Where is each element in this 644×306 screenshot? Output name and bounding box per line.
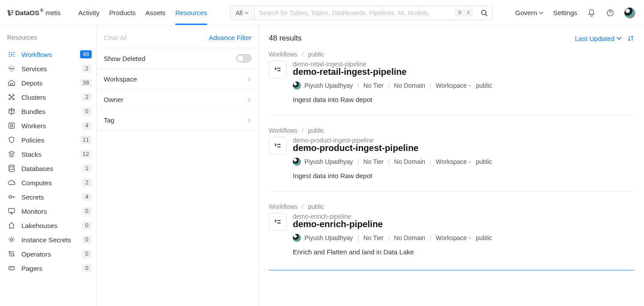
card-workspace-value: public [476, 158, 492, 165]
nav-products[interactable]: Products [109, 1, 136, 24]
sidebar-item-label: Lakehouses [21, 222, 57, 229]
sidebar-item-clusters[interactable]: Clusters 2 [7, 90, 92, 104]
card-title[interactable]: demo-product-ingest-pipeline [293, 143, 634, 153]
chevron-down-icon [539, 11, 543, 15]
settings-link[interactable]: Settings [553, 9, 577, 16]
card-workspace-label: Workspace - [436, 82, 470, 89]
result-card: Workflows / public demo-enrich-pipeline … [269, 203, 634, 270]
card-domain: No Domain [394, 234, 425, 241]
filter-group-label: Workspace [104, 75, 137, 83]
crumb-scope[interactable]: public [308, 127, 324, 134]
sidebar-item-services[interactable]: Services 2 [7, 61, 92, 76]
sidebar-item-label: Services [21, 65, 47, 73]
sidebar-item-workflows[interactable]: Workflows 48 [7, 47, 92, 61]
sidebar-item-label: Computes [21, 179, 52, 187]
sidebar-item-workers[interactable]: Workers 4 [7, 118, 92, 133]
owner-name: Piyush Upadhyay [304, 158, 353, 165]
top-nav: Activity Products Assets Resources [78, 1, 207, 24]
sidebar-item-count: 12 [80, 150, 92, 158]
filter-group-workspace[interactable]: Workspace [97, 69, 259, 89]
services-icon [7, 65, 16, 73]
filter-panel: Clear All Advance Filter Show Deleted Wo… [97, 26, 259, 306]
sidebar-item-policies[interactable]: Policies 11 [7, 133, 92, 147]
sidebar-item-count: 2 [82, 65, 92, 73]
filter-group-tag[interactable]: Tag [97, 110, 259, 131]
sort-label: Last Updated [575, 35, 615, 42]
advance-filter-link[interactable]: Advance Filter [209, 34, 251, 41]
card-workspace-value: public [476, 234, 492, 241]
sidebar-item-count: 2 [82, 179, 92, 187]
sidebar-item-count: 11 [80, 136, 92, 144]
card-domain: No Domain [394, 158, 425, 165]
result-card: Workflows / public demo-retail-ingest-pi… [269, 51, 634, 115]
card-owner[interactable]: Piyush Upadhyay [293, 82, 353, 90]
logo[interactable]: DataOS ® metis [7, 9, 61, 16]
svg-point-2 [9, 94, 10, 96]
policy-icon [7, 136, 16, 144]
breadcrumb: Workflows / public [269, 127, 634, 134]
card-workspace-label: Workspace - [436, 234, 470, 241]
sidebar-item-pagers[interactable]: Pagers 0 [7, 261, 92, 275]
card-title[interactable]: demo-retail-ingest-pipeline [293, 67, 634, 77]
depot-icon [7, 79, 16, 87]
crumb-type[interactable]: Workflows [269, 127, 297, 134]
govern-label: Govern [515, 9, 537, 16]
crumb-scope[interactable]: public [308, 51, 324, 58]
sidebar-item-operators[interactable]: Operators 0 [7, 247, 92, 261]
nav-assets[interactable]: Assets [146, 1, 166, 24]
owner-avatar-icon [293, 234, 301, 242]
kbd-cmd: ⌘ [455, 10, 464, 16]
svg-point-3 [13, 94, 14, 96]
card-owner[interactable]: Piyush Upadhyay [293, 158, 353, 166]
filter-group-label: Owner [104, 96, 123, 103]
sort-dropdown[interactable]: Last Updated [575, 35, 622, 42]
filter-group-owner[interactable]: Owner [97, 89, 259, 110]
clear-all-button[interactable]: Clear All [104, 34, 127, 41]
show-deleted-row: Show Deleted [97, 48, 259, 69]
crumb-scope[interactable]: public [308, 203, 324, 210]
card-meta: Piyush Upadhyay | No Tier | No Domain | … [293, 234, 634, 242]
chevron-right-icon [247, 77, 251, 82]
sidebar-item-count: 0 [82, 236, 92, 244]
cluster-icon [7, 93, 16, 101]
sidebar-item-stacks[interactable]: Stacks 12 [7, 147, 92, 161]
sidebar-item-monitors[interactable]: Monitors 0 [7, 204, 92, 218]
chevron-down-icon [244, 11, 249, 15]
search-scope-selector[interactable]: All [231, 6, 255, 20]
nav-resources[interactable]: Resources [175, 1, 207, 24]
owner-avatar-icon [293, 82, 301, 90]
crumb-type[interactable]: Workflows [269, 51, 297, 58]
nav-activity[interactable]: Activity [78, 1, 100, 24]
sidebar-item-label: Clusters [21, 94, 46, 101]
result-card: Workflows / public demo-product-ingest-p… [269, 127, 634, 192]
sidebar-item-count: 0 [82, 107, 92, 115]
sidebar-item-lakehouses[interactable]: Lakehouses 0 [7, 218, 92, 233]
sort-direction-icon[interactable] [627, 35, 634, 42]
sidebar-title: Resources [7, 34, 92, 41]
sidebar-item-databases[interactable]: Databases 1 [7, 161, 92, 175]
card-workspace-label: Workspace - [436, 158, 470, 165]
bundle-icon [7, 107, 16, 115]
show-deleted-toggle[interactable] [236, 54, 251, 62]
help-icon[interactable] [606, 8, 615, 17]
sidebar-item-computes[interactable]: Computes 2 [7, 175, 92, 190]
sidebar-item-instance-secrets[interactable]: Instance Secrets 0 [7, 233, 92, 247]
card-description: Enrich and Flatten and land in Data Lake [293, 248, 634, 256]
card-workspace-value: public [476, 82, 492, 89]
card-title[interactable]: demo-enrich-pipeline [293, 219, 634, 229]
chevron-right-icon [247, 118, 251, 122]
govern-menu[interactable]: Govern [515, 9, 543, 16]
secret-icon [7, 193, 16, 201]
sidebar-item-bundles[interactable]: Bundles 0 [7, 104, 92, 118]
bell-icon[interactable] [587, 8, 596, 17]
chevron-right-icon [247, 98, 251, 102]
card-owner[interactable]: Piyush Upadhyay [293, 234, 353, 242]
user-avatar[interactable] [624, 8, 635, 18]
sidebar-item-depots[interactable]: Depots 38 [7, 76, 92, 90]
logo-sub: metis [46, 9, 61, 16]
search-icon[interactable] [476, 6, 492, 20]
crumb-type[interactable]: Workflows [269, 203, 297, 210]
global-search: All ⌘ K [230, 6, 493, 20]
sidebar-item-secrets[interactable]: Secrets 4 [7, 190, 92, 204]
search-input[interactable] [255, 9, 455, 16]
